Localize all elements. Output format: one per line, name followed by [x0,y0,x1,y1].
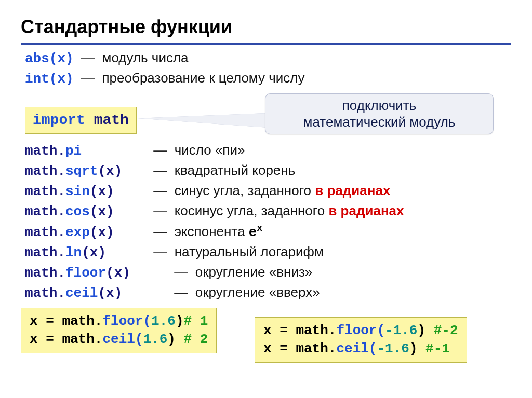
fn-name: floor [65,265,106,281]
code: x = math. [263,323,336,338]
comment: #-1 [425,341,450,356]
fn-desc: округление «вверх» [195,284,320,300]
fn-name: sin [65,184,90,199]
comment: # 2 [183,332,208,347]
code: ) [409,341,425,356]
dash-icon: — [153,183,167,198]
radians-label: в радианах [328,203,404,218]
fn-args: (x) [98,285,122,301]
dash-icon: — [153,162,167,178]
fn-name: sqrt [65,163,98,179]
code: ) [167,332,183,347]
dash-icon: — [153,203,167,218]
exp-sup: x [257,223,262,234]
exp-base: e [249,225,257,240]
dash-icon: — [153,244,167,259]
fn-desc: квадратный корень [175,162,296,178]
example-negative-box: x = math.floor(-1.6) #-2 x = math.ceil(-… [255,317,467,363]
dash-icon: — [153,224,167,239]
fn-args: (x) [106,265,130,281]
ns: math. [25,285,65,301]
fn-int: int(x) [25,71,74,87]
code: floor( [102,313,151,329]
math-fn-list: math.pi — число «пи» math.sqrt(x) — квад… [25,141,511,303]
fn-name: exp [65,225,90,240]
ns: math. [25,184,65,199]
callout-tail-icon [138,113,268,128]
fn-name: ln [65,245,82,260]
fn-args: (x) [98,163,122,179]
ns: math. [25,143,65,159]
builtin-int: int(x) — преобразование к целому числу [25,69,507,88]
fn-desc: косинус угла, заданного [175,203,329,218]
comment: #-2 [434,323,458,338]
import-keyword: import [33,112,85,128]
list-item: math.ceil(x) — округление «вверх» [25,283,511,303]
callout-box: подключить математический модуль [265,93,494,134]
code: -1.6 [385,323,417,338]
example-positive-box: x = math.floor(1.6)# 1 x = math.ceil(1.6… [21,308,217,353]
fn-args: (x) [90,184,114,199]
comment: # 1 [183,313,208,329]
code: 1.6 [143,332,167,347]
callout-line1: подключить [274,97,485,114]
builtin-abs: abs(x) — модуль числа [25,49,507,68]
examples-area: x = math.floor(1.6)# 1 x = math.ceil(1.6… [21,308,511,365]
ns: math. [25,163,65,179]
fn-desc: округление «вниз» [195,264,313,280]
code: ceil( [336,341,377,356]
list-item: math.cos(x) — косинус угла, заданного в … [25,202,511,221]
code: x = math. [30,332,102,347]
fn-name: ceil [65,285,98,301]
fn-abs-desc: модуль числа [102,50,189,65]
slide-title: Стандартные функции [21,15,511,45]
dash-icon: — [174,284,188,300]
code: -1.6 [377,341,409,356]
fn-args: (x) [90,204,114,219]
ns: math. [25,225,65,240]
fn-name: cos [65,204,90,219]
fn-args: (x) [82,245,106,260]
list-item: math.ln(x) — натуральный логарифм [25,243,511,262]
ns: math. [25,245,65,260]
fn-desc: синус угла, заданного [175,183,315,198]
fn-desc: натуральный логарифм [175,244,324,259]
import-module: math [94,112,129,128]
list-item: math.sin(x) — синус угла, заданного в ра… [25,182,511,201]
fn-int-desc: преобразование к целому числу [102,70,305,86]
ns: math. [25,265,65,281]
code: x = math. [263,341,336,356]
fn-name: pi [65,143,82,159]
list-item: math.floor(x) — округление «вниз» [25,263,511,282]
ns: math. [25,204,65,219]
fn-abs: abs(x) [25,51,74,66]
code: ) [176,313,184,329]
import-math-box: import math [25,107,137,134]
code: ) [417,323,433,338]
list-item: math.exp(x) — экспонента ex [25,222,511,242]
dash-icon: — [81,50,95,65]
fn-desc: число «пи» [175,142,245,158]
code: ceil( [102,332,143,347]
radians-label: в радианах [315,183,390,198]
list-item: math.sqrt(x) — квадратный корень [25,161,511,181]
code: floor( [336,323,385,338]
dash-icon: — [81,70,95,86]
fn-args: (x) [90,225,114,240]
import-callout-area: import math подключить математический мо… [21,93,511,138]
code: x = math. [30,313,102,329]
fn-desc: экспонента [175,224,249,239]
dash-icon: — [174,264,188,280]
list-item: math.pi — число «пи» [25,141,511,160]
code: 1.6 [151,313,176,329]
callout-line2: математический модуль [274,114,485,131]
dash-icon: — [153,142,167,158]
